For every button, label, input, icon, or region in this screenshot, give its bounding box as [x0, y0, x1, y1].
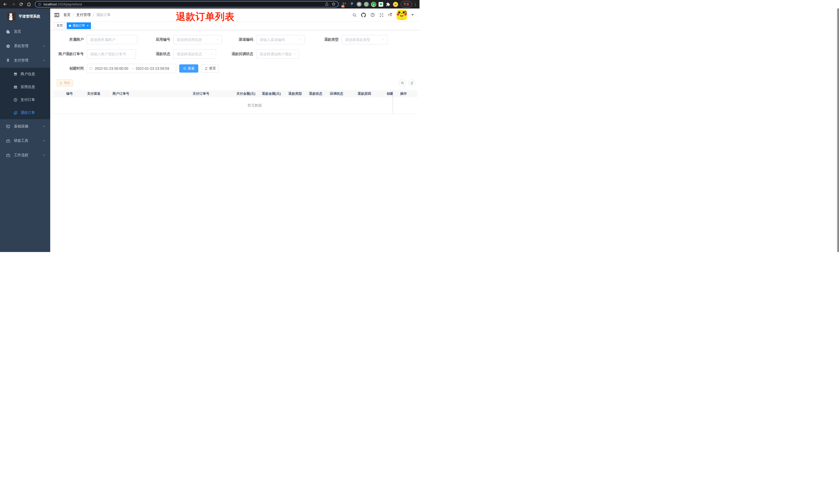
sidebar-item-infra[interactable]: 基础设施: [0, 119, 50, 133]
refund-status-input[interactable]: [174, 50, 216, 58]
col-refund-status: 退款状态: [309, 90, 322, 97]
breadcrumb-separator: /: [93, 13, 94, 17]
tag-label: 首页: [57, 23, 63, 28]
merchant-select[interactable]: [87, 35, 138, 44]
fullscreen-icon[interactable]: [379, 13, 384, 17]
back-icon[interactable]: [3, 2, 7, 6]
sidebar-item-pay[interactable]: ¥ 支付管理: [0, 53, 50, 68]
tag-refund-order[interactable]: 退款订单 ×: [67, 22, 91, 29]
export-button[interactable]: 导出: [57, 79, 73, 87]
app-select[interactable]: [173, 35, 222, 44]
sidebar-item-refund-order[interactable]: 退款订单: [0, 106, 50, 119]
search-button-label: 搜索: [188, 66, 194, 71]
tag-home[interactable]: 首页: [54, 22, 65, 29]
site-info-icon[interactable]: [38, 3, 41, 6]
table-search-toggle-button[interactable]: [399, 79, 406, 87]
command-glyph: ⌘: [358, 3, 360, 6]
sidebar-item-label: 应用信息: [21, 85, 35, 89]
sidebar-item-workflow[interactable]: 工作流程: [0, 148, 50, 162]
close-icon[interactable]: ×: [87, 24, 89, 27]
top-navbar: 首页 / 支付管理 / 退款订单 退款订单列表 TT: [50, 8, 420, 21]
yen-circle-icon: [13, 98, 18, 102]
browser-update-button[interactable]: 更新: [401, 1, 412, 7]
documents-icon: [13, 111, 18, 115]
filter-label-merchant: 所属商户: [50, 37, 87, 42]
filter-label-create-time: 创建时间: [50, 66, 87, 71]
page-title-annotation: 退款订单列表: [176, 10, 235, 23]
toolbox-icon: [6, 139, 10, 143]
col-id: 编号: [66, 90, 73, 97]
refund-list-page: 所属商户 应用编号 渠道编码 退款类型: [50, 35, 420, 114]
pay-submenu: 商户信息 应用信息 支付订单 退款订单: [0, 68, 50, 119]
extensions-puzzle-icon[interactable]: [386, 2, 391, 7]
refund-status-select[interactable]: [173, 50, 216, 59]
sidebar-item-pay-order[interactable]: 支付订单: [0, 93, 50, 106]
emoji-extension-icon[interactable]: [393, 2, 398, 7]
avatar[interactable]: [397, 10, 407, 20]
github-icon[interactable]: [361, 13, 366, 18]
sidebar-item-system[interactable]: 系统管理: [0, 39, 50, 53]
breadcrumb: 首页 / 支付管理 / 退款订单: [64, 13, 111, 17]
kite-extension-icon[interactable]: [349, 2, 354, 7]
create-time-range-picker[interactable]: 2022-01-23 00:00:00 - 2022-01-23 23:59:5…: [87, 64, 176, 73]
briefcase-icon: [6, 153, 10, 158]
channel-select[interactable]: [256, 35, 305, 44]
notify-status-input[interactable]: [256, 50, 299, 58]
col-pay-channel: 支付渠道: [87, 90, 101, 97]
forward-icon[interactable]: [11, 2, 15, 6]
search-icon[interactable]: [352, 13, 357, 17]
breadcrumb-home[interactable]: 首页: [64, 13, 71, 17]
avatar-caret-icon[interactable]: [411, 14, 414, 16]
share-icon[interactable]: [325, 2, 328, 7]
sidebar-item-label: 支付订单: [21, 97, 35, 102]
home-icon[interactable]: [27, 2, 31, 6]
col-notify-status: 回调状态: [330, 90, 343, 97]
sidebar-item-label: 退款订单: [21, 110, 35, 115]
channel-input[interactable]: [256, 35, 305, 44]
help-icon[interactable]: [370, 13, 375, 17]
app-logo-row[interactable]: 芋道管理系统: [0, 8, 50, 24]
table-grid-icon: [13, 85, 18, 89]
tab-manager-extension-icon[interactable]: 10: [342, 2, 347, 7]
chat-extension-icon[interactable]: [378, 2, 383, 7]
chevron-down-icon: [43, 44, 46, 48]
date-start-value[interactable]: 2022-01-23 00:00:00: [95, 67, 130, 71]
merchant-refund-no-input[interactable]: [87, 50, 136, 58]
col-merchant-order: 商户订单号: [112, 90, 129, 97]
sidebar-item-app-info[interactable]: 应用信息: [0, 80, 50, 93]
sidebar-item-home[interactable]: 首页: [0, 24, 50, 39]
merchant-input[interactable]: [87, 35, 137, 44]
refund-type-select[interactable]: [342, 35, 388, 44]
filter-label-notify-status: 退款回调状态: [216, 52, 256, 56]
url-host: localhost: [43, 2, 57, 6]
date-end-value[interactable]: 2022-01-23 23:59:59: [136, 67, 171, 71]
recorder-extension-icon[interactable]: [364, 2, 369, 7]
bookmark-star-icon[interactable]: [332, 2, 336, 7]
table-refresh-button[interactable]: [408, 79, 415, 87]
extension-badge: 10: [341, 5, 344, 8]
sidebar-item-label: 研发工具: [14, 139, 28, 143]
font-size-icon[interactable]: TT: [388, 13, 392, 17]
chevron-down-icon: [43, 124, 46, 128]
app-input[interactable]: [174, 35, 222, 44]
reset-button[interactable]: 重置: [201, 64, 219, 73]
browser-menu-icon[interactable]: ⋮: [414, 2, 417, 6]
url-bar[interactable]: localhost:1024/pay/refund: [35, 1, 339, 7]
notify-status-select[interactable]: [256, 50, 299, 59]
refund-type-input[interactable]: [342, 35, 387, 44]
tag-label: 退款订单: [73, 23, 85, 28]
table-body: 暂无数据: [53, 97, 417, 114]
breadcrumb-pay[interactable]: 支付管理: [76, 13, 91, 17]
col-pay-amount: 支付金额(元): [236, 90, 255, 97]
command-extension-icon[interactable]: ⌘: [357, 2, 361, 7]
sidebar-item-devtools[interactable]: 研发工具: [0, 133, 50, 148]
filter-label-app: 应用编号: [138, 37, 173, 42]
reload-icon[interactable]: [19, 2, 23, 6]
reset-button-label: 重置: [209, 66, 216, 71]
y-extension-icon[interactable]: y: [371, 2, 376, 7]
url-path: :1024/pay/refund: [57, 2, 82, 6]
merchant-refund-no-field[interactable]: [87, 50, 136, 59]
sidebar-item-merchant-info[interactable]: 商户信息: [0, 68, 50, 80]
hamburger-icon[interactable]: [50, 13, 64, 17]
search-button[interactable]: 搜索: [179, 64, 198, 73]
